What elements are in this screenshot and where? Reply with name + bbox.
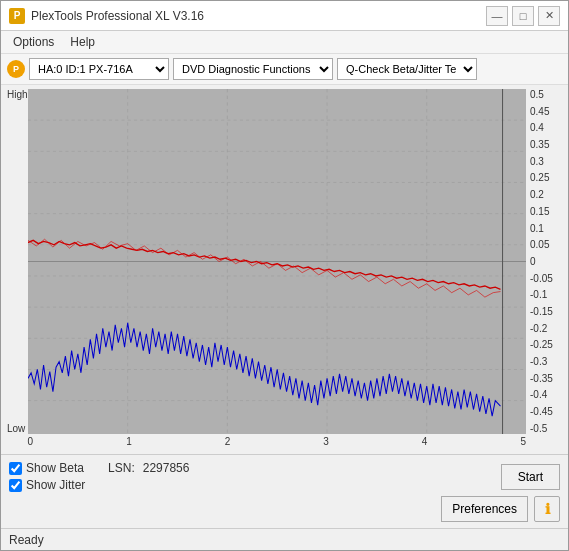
x-label-1: 1 bbox=[126, 436, 132, 450]
maximize-button[interactable]: □ bbox=[512, 6, 534, 26]
menu-bar: Options Help bbox=[1, 31, 568, 54]
x-label-3: 3 bbox=[323, 436, 329, 450]
function-select[interactable]: DVD Diagnostic Functions bbox=[173, 58, 333, 80]
app-icon: P bbox=[9, 8, 25, 24]
x-label-2: 2 bbox=[225, 436, 231, 450]
show-jitter-label: Show Jitter bbox=[26, 478, 85, 492]
y-axis-right: 0.5 0.45 0.4 0.35 0.3 0.25 0.2 0.15 0.1 … bbox=[526, 89, 562, 450]
drive-select[interactable]: HA:0 ID:1 PX-716A bbox=[29, 58, 169, 80]
x-axis: 0 1 2 3 4 5 bbox=[28, 434, 526, 450]
bottom-buttons: Start bbox=[501, 464, 560, 490]
menu-help[interactable]: Help bbox=[62, 33, 103, 51]
y-label-high: High bbox=[7, 89, 28, 100]
title-bar: P PlexTools Professional XL V3.16 — □ ✕ bbox=[1, 1, 568, 31]
title-bar-left: P PlexTools Professional XL V3.16 bbox=[9, 8, 204, 24]
pref-buttons: Preferences ℹ bbox=[441, 496, 560, 522]
x-label-4: 4 bbox=[422, 436, 428, 450]
minimize-button[interactable]: — bbox=[486, 6, 508, 26]
menu-options[interactable]: Options bbox=[5, 33, 62, 51]
chart-inner: 0 1 2 3 4 5 bbox=[28, 89, 526, 450]
lsn-section: LSN: 2297856 bbox=[108, 461, 189, 475]
status-bar: Ready bbox=[1, 528, 568, 550]
chart-container: High Low bbox=[7, 89, 562, 450]
start-button[interactable]: Start bbox=[501, 464, 560, 490]
y-axis-left-labels: High Low bbox=[7, 89, 28, 450]
chart-svg bbox=[28, 89, 526, 434]
window-controls: — □ ✕ bbox=[486, 6, 560, 26]
lsn-value: 2297856 bbox=[143, 461, 190, 475]
drive-icon: P bbox=[7, 60, 25, 78]
show-beta-checkbox[interactable] bbox=[9, 462, 22, 475]
info-button[interactable]: ℹ bbox=[534, 496, 560, 522]
main-window: P PlexTools Professional XL V3.16 — □ ✕ … bbox=[0, 0, 569, 551]
bottom-panel: Show Beta LSN: 2297856 Show Jitter Start… bbox=[1, 454, 568, 528]
chart-plot bbox=[28, 89, 526, 434]
close-button[interactable]: ✕ bbox=[538, 6, 560, 26]
x-label-0: 0 bbox=[28, 436, 34, 450]
bottom-row1: Show Beta LSN: 2297856 Show Jitter Start bbox=[9, 461, 560, 492]
preferences-button[interactable]: Preferences bbox=[441, 496, 528, 522]
chart-area: High Low bbox=[1, 85, 568, 454]
show-beta-row: Show Beta LSN: 2297856 bbox=[9, 461, 189, 475]
status-text: Ready bbox=[9, 533, 44, 547]
test-select[interactable]: Q-Check Beta/Jitter Test bbox=[337, 58, 477, 80]
show-jitter-row: Show Jitter bbox=[9, 478, 189, 492]
show-beta-label: Show Beta bbox=[26, 461, 84, 475]
toolbar: P HA:0 ID:1 PX-716A DVD Diagnostic Funct… bbox=[1, 54, 568, 85]
lsn-label: LSN: bbox=[108, 461, 135, 475]
y-label-low: Low bbox=[7, 423, 28, 434]
show-jitter-checkbox[interactable] bbox=[9, 479, 22, 492]
x-label-5: 5 bbox=[520, 436, 526, 450]
window-title: PlexTools Professional XL V3.16 bbox=[31, 9, 204, 23]
